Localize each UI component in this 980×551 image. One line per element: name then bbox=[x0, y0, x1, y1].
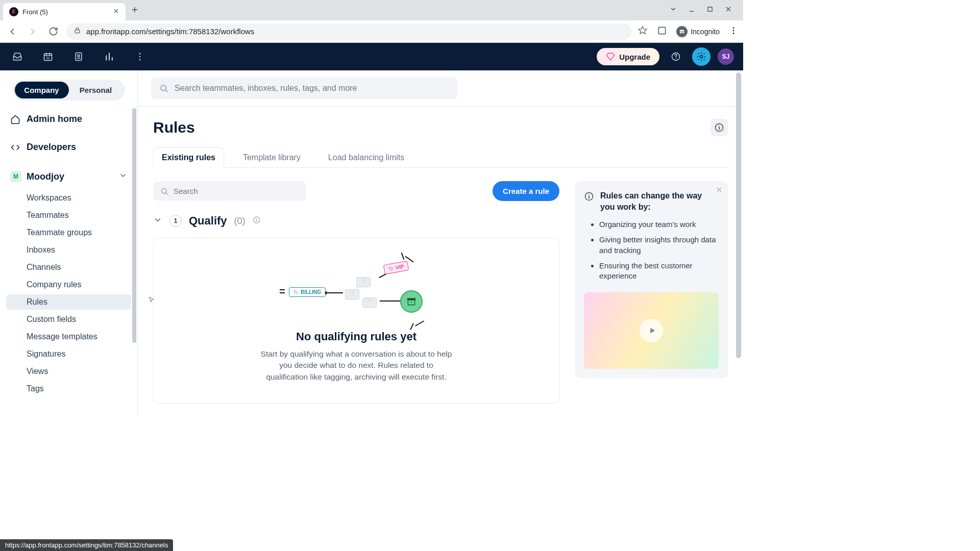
svg-text:31: 31 bbox=[46, 56, 50, 60]
tag-billing-icon: BILLING bbox=[289, 287, 326, 297]
chevron-down-icon bbox=[153, 215, 162, 227]
sidebar-item-company-rules[interactable]: Company rules bbox=[6, 277, 131, 292]
sidebar-scrollbar[interactable] bbox=[132, 104, 137, 416]
close-icon[interactable] bbox=[113, 7, 119, 16]
info-panel-title: Rules can change the way you work by: bbox=[600, 190, 719, 212]
browser-menu-icon[interactable] bbox=[729, 26, 738, 37]
global-search-input[interactable] bbox=[175, 84, 449, 93]
close-icon[interactable] bbox=[716, 186, 723, 195]
search-icon bbox=[159, 84, 168, 93]
home-icon bbox=[10, 114, 20, 124]
reload-button[interactable] bbox=[46, 24, 60, 39]
empty-state-illustration: BILLING VIP bbox=[280, 254, 433, 325]
svg-point-14 bbox=[139, 59, 141, 61]
minimize-icon[interactable] bbox=[688, 6, 695, 15]
scope-personal[interactable]: Personal bbox=[69, 82, 123, 98]
content-scrollbar[interactable] bbox=[736, 70, 742, 416]
create-rule-button[interactable]: Create a rule bbox=[493, 181, 559, 201]
settings-sidebar: Company Personal Admin home Developers M… bbox=[0, 70, 138, 416]
address-bar[interactable]: app.frontapp.com/settings/tim:7858132/wo… bbox=[66, 23, 631, 40]
svg-point-13 bbox=[139, 56, 141, 58]
browser-chrome: F Front (5) app.frontapp.com/settings/ti… bbox=[0, 0, 743, 43]
empty-state-card: BILLING VIP bbox=[153, 238, 559, 404]
tab-load-balancing[interactable]: Load balancing limits bbox=[320, 147, 413, 168]
svg-point-7 bbox=[733, 32, 734, 34]
tab-template-library[interactable]: Template library bbox=[234, 147, 309, 168]
info-bullet: Organizing your team's work bbox=[599, 219, 719, 230]
main-area: Rules Existing rules Template library Lo… bbox=[138, 70, 743, 416]
front-favicon: F bbox=[9, 7, 18, 16]
info-bullet: Ensuring the best customer experience bbox=[599, 261, 719, 282]
section-index-badge: 1 bbox=[169, 215, 182, 227]
contacts-icon[interactable] bbox=[70, 48, 87, 65]
sidebar-item-views[interactable]: Views bbox=[6, 364, 131, 379]
sidebar-item-inboxes[interactable]: Inboxes bbox=[6, 242, 131, 258]
sidebar-item-workspaces[interactable]: Workspaces bbox=[6, 190, 131, 206]
content-tabs: Existing rules Template library Load bal… bbox=[153, 147, 728, 168]
sidebar-item-teammate-groups[interactable]: Teammate groups bbox=[6, 225, 131, 240]
info-icon[interactable] bbox=[253, 216, 261, 226]
page-title: Rules bbox=[153, 119, 195, 136]
cursor-icon bbox=[148, 295, 155, 307]
bookmark-icon[interactable] bbox=[638, 26, 648, 38]
workspace-header[interactable]: M Moodjoy bbox=[6, 167, 131, 186]
settings-icon[interactable] bbox=[692, 47, 710, 66]
sidebar-item-message-templates[interactable]: Message templates bbox=[6, 329, 131, 344]
lock-icon bbox=[74, 27, 81, 36]
browser-tab[interactable]: F Front (5) bbox=[3, 3, 126, 20]
back-button[interactable] bbox=[5, 24, 19, 39]
calendar-icon[interactable]: 31 bbox=[40, 48, 56, 65]
incognito-indicator[interactable]: Incognito bbox=[676, 26, 720, 37]
chevron-down-icon bbox=[119, 171, 127, 182]
svg-point-17 bbox=[700, 56, 703, 58]
section-count: (0) bbox=[234, 216, 246, 227]
page-info-button[interactable] bbox=[710, 119, 728, 136]
upgrade-button[interactable]: Upgrade bbox=[597, 48, 659, 65]
info-panel-list: Organizing your team's work Giving bette… bbox=[599, 219, 719, 281]
svg-point-16 bbox=[675, 58, 676, 59]
svg-point-6 bbox=[733, 30, 734, 31]
forward-button[interactable] bbox=[26, 24, 40, 39]
empty-state-title: No qualifying rules yet bbox=[169, 330, 544, 343]
svg-point-11 bbox=[78, 55, 80, 57]
sidebar-item-custom-fields[interactable]: Custom fields bbox=[6, 312, 131, 327]
svg-point-12 bbox=[139, 53, 141, 55]
qualify-section-header[interactable]: 1 Qualify (0) bbox=[153, 214, 559, 228]
inbox-icon[interactable] bbox=[9, 48, 26, 65]
code-icon bbox=[10, 142, 20, 153]
extensions-icon[interactable] bbox=[657, 26, 667, 38]
svg-rect-0 bbox=[708, 7, 712, 11]
more-icon[interactable] bbox=[132, 48, 148, 65]
maximize-icon[interactable] bbox=[706, 6, 714, 15]
sidebar-developers[interactable]: Developers bbox=[6, 138, 131, 157]
video-thumbnail[interactable] bbox=[584, 292, 719, 369]
analytics-icon[interactable] bbox=[101, 48, 117, 65]
help-icon[interactable] bbox=[667, 47, 685, 66]
sidebar-item-rules[interactable]: Rules bbox=[6, 294, 131, 310]
rules-filter-input[interactable] bbox=[174, 187, 299, 195]
info-bullet: Giving better insights through data and … bbox=[599, 235, 719, 256]
info-panel: Rules can change the way you work by: Or… bbox=[575, 181, 728, 378]
window-close-icon[interactable] bbox=[725, 6, 732, 15]
sidebar-item-channels[interactable]: Channels bbox=[6, 260, 131, 275]
rules-filter[interactable] bbox=[153, 182, 306, 201]
global-search[interactable] bbox=[151, 78, 457, 99]
workspace-name: Moodjoy bbox=[27, 171, 64, 182]
new-tab-button[interactable] bbox=[131, 5, 139, 16]
avatar[interactable]: SJ bbox=[718, 48, 734, 65]
tab-dropdown-icon[interactable] bbox=[670, 6, 677, 15]
sidebar-item-teammates[interactable]: Teammates bbox=[6, 208, 131, 223]
sidebar-item-signatures[interactable]: Signatures bbox=[6, 346, 131, 362]
sidebar-item-tags[interactable]: Tags bbox=[6, 381, 131, 396]
tab-existing-rules[interactable]: Existing rules bbox=[153, 147, 224, 168]
window-controls bbox=[670, 6, 740, 15]
sidebar-admin-home[interactable]: Admin home bbox=[6, 110, 131, 129]
app-topbar: 31 Upgrade SJ bbox=[0, 43, 743, 70]
svg-point-3 bbox=[680, 32, 682, 34]
scope-company[interactable]: Company bbox=[15, 82, 69, 98]
svg-point-18 bbox=[161, 85, 166, 91]
archive-icon bbox=[400, 290, 423, 313]
svg-point-5 bbox=[733, 27, 734, 29]
incognito-label: Incognito bbox=[691, 28, 720, 36]
tag-vip-icon: VIP bbox=[383, 261, 409, 274]
